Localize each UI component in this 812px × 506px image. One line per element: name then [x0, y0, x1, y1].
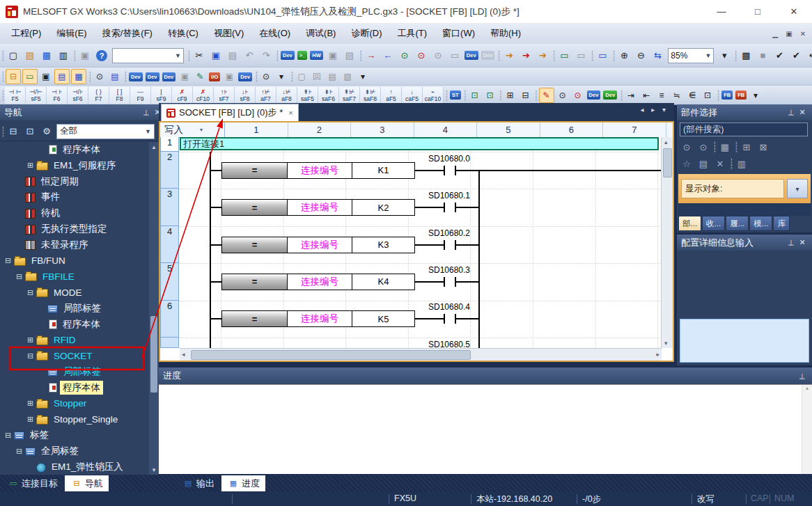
row3-overflow-icon[interactable]: ▾	[749, 88, 763, 102]
part-find-prev-icon[interactable]: ⊙	[679, 139, 694, 155]
open-project-icon[interactable]: ▤	[22, 48, 38, 63]
tree-item-事件[interactable]: 事件	[0, 189, 63, 205]
mdi-minimize-button[interactable]: ▁	[769, 28, 781, 39]
module-config-icon[interactable]: ▣	[39, 70, 53, 84]
monitor-mode-icon[interactable]: ⊙	[571, 88, 585, 102]
compare-instruction[interactable]: =连接编号K4	[221, 274, 415, 290]
pin-icon[interactable]: ⊣	[797, 372, 808, 381]
device-comment-icon[interactable]: Dev	[129, 72, 143, 81]
statement-icon[interactable]: ⊡	[468, 88, 482, 102]
device-display-icon[interactable]: Dev	[587, 90, 601, 100]
compare-instruction[interactable]: =连接编号K5	[221, 310, 415, 327]
expand-plus-icon[interactable]: ⊞	[26, 161, 34, 169]
config-input-box[interactable]	[680, 319, 809, 363]
paste-icon[interactable]: ▤	[225, 48, 240, 63]
list-view-icon[interactable]: ▤	[54, 69, 70, 84]
tree-item-MODE[interactable]: ⊟MODE	[0, 285, 85, 300]
tree-item-标签[interactable]: ⊟标签	[0, 427, 52, 443]
ladder-vscrollbar[interactable]: ▴ ▾	[661, 137, 673, 348]
menu-diagnostics[interactable]: 诊断(D)	[343, 24, 389, 43]
new-folder-icon[interactable]: ▤	[696, 156, 711, 171]
tab-progress[interactable]: ▦进度	[221, 475, 265, 491]
tree-item-FB/FUN[interactable]: ⊟FB/FUN	[0, 253, 68, 269]
scroll-down-icon[interactable]: ▾	[149, 465, 159, 475]
display-target-dropdown[interactable]: ▾	[787, 179, 808, 198]
zoom-out-icon[interactable]: ⊖	[633, 48, 648, 63]
online-change-write-icon[interactable]: ➔	[518, 48, 533, 63]
ladder-key-cF10[interactable]: ✗cF10	[193, 87, 214, 104]
convert-return-icon[interactable]: ↵	[805, 48, 812, 63]
part-find-next-icon[interactable]: ⊙	[696, 139, 711, 155]
tree-item-程序本体[interactable]: 程序本体	[0, 142, 103, 157]
row2-overflow2-icon[interactable]: ▾	[356, 70, 370, 84]
wrap-statement-icon[interactable]: ⊡	[701, 88, 715, 102]
zoom-in-icon[interactable]: ⊕	[616, 48, 632, 63]
print-icon[interactable]: ▥	[56, 48, 71, 63]
device-test-off-icon[interactable]: Dev	[481, 51, 495, 60]
inline-st-icon[interactable]: ⊞	[503, 88, 517, 102]
menu-view[interactable]: 视图(V)	[206, 24, 251, 43]
write-mode-selector[interactable]: 写入 ▾	[160, 122, 225, 137]
part-list-icon[interactable]: ▦	[717, 139, 733, 155]
grid-view-icon[interactable]: ▦	[71, 69, 86, 84]
menu-help[interactable]: 帮助(H)	[483, 24, 529, 43]
menu-convert[interactable]: 转换(C)	[160, 24, 206, 43]
ladder-key-F6[interactable]: ⊣ ⊦F6	[47, 87, 68, 104]
ladder-key-caF5[interactable]: ↓caF5	[402, 87, 423, 104]
ladder-key-F5[interactable]: ⊣ ⊢F5	[5, 87, 26, 104]
pin-icon[interactable]: ⊣	[786, 108, 797, 117]
scroll-up-icon[interactable]: ▴	[149, 142, 159, 152]
device-search-icon[interactable]: ⊙	[430, 48, 446, 63]
scroll-up-icon[interactable]: ▴	[664, 139, 668, 145]
collapse-minus-icon[interactable]: ⊟	[15, 273, 23, 280]
ladder-key-sF6[interactable]: ⊣/⊦sF6	[68, 87, 88, 104]
help-icon[interactable]: ?	[96, 50, 107, 61]
ladder-key-aF5[interactable]: ↑aF5	[381, 87, 402, 104]
compare-instruction[interactable]: =连接编号K3	[221, 237, 415, 253]
window-layout2-icon[interactable]: 回	[310, 70, 324, 84]
device-comment-write-icon[interactable]: Dev	[281, 51, 295, 60]
navigation-filter-dropdown[interactable]: 全部▼	[56, 124, 155, 139]
delete-row-icon[interactable]: ⇤	[639, 88, 653, 102]
device-gear-icon[interactable]: Dev	[238, 72, 252, 81]
read-from-plc-icon[interactable]: ←	[380, 48, 396, 63]
tree-item-局部标签[interactable]: 局部标签	[0, 364, 104, 379]
align-left-icon[interactable]: ≡	[655, 88, 669, 102]
scrollbar-thumb[interactable]	[150, 316, 157, 393]
menu-edit[interactable]: 编辑(E)	[49, 24, 94, 43]
menu-online[interactable]: 在线(O)	[251, 24, 298, 43]
part-tab-库[interactable]: 库	[773, 216, 790, 231]
write-to-plc-icon[interactable]: →	[364, 48, 379, 63]
cross-reference-icon[interactable]: ▣	[178, 70, 192, 84]
compare-instruction[interactable]: =连接编号K2	[221, 199, 415, 216]
convert-check-icon[interactable]: ✔	[772, 48, 787, 63]
part-register-icon[interactable]: ⊞	[739, 139, 754, 155]
inline-st2-icon[interactable]: ⊟	[519, 88, 533, 102]
fb-instance-icon[interactable]: FB	[721, 90, 733, 100]
io-check-icon[interactable]: I/O	[209, 72, 220, 81]
ladder-hscrollbar[interactable]: ◂ ▸	[180, 348, 662, 361]
expand-plus-icon[interactable]: ⊞	[26, 416, 34, 423]
blank-icon[interactable]: ■	[755, 48, 770, 63]
zoom-fit-icon[interactable]: ⇆	[650, 48, 665, 63]
tree-item-SOCKET[interactable]: ⊟SOCKET	[0, 348, 95, 363]
tab-socket-ladder[interactable]: SOCKET [FB] [LD] (0)步 * ×	[161, 104, 299, 121]
ladder-key-F8[interactable]: [ ]F8	[109, 87, 130, 104]
redo-icon[interactable]: ↷	[258, 48, 274, 63]
minimize-button[interactable]: —	[703, 0, 740, 23]
verify-with-plc-icon[interactable]: ⊙	[397, 48, 412, 63]
undo-icon[interactable]: ↶	[242, 48, 257, 63]
ladder-key-saF7[interactable]: ⇞⊬saF7	[339, 87, 360, 104]
part-unregister-icon[interactable]: ⊠	[756, 139, 771, 155]
docking-window-icon[interactable]: ▩	[738, 48, 754, 63]
ladder-key-sF5[interactable]: ⊣/⊢sF5	[26, 87, 47, 104]
monitor-stop-icon[interactable]: ▭	[573, 48, 588, 63]
tree-scrollbar[interactable]: ▴ ▾	[149, 142, 159, 475]
window-layout1-icon[interactable]: ▢	[295, 70, 309, 84]
maximize-button[interactable]: □	[740, 0, 776, 23]
tree-item-全局标签[interactable]: ⊟全局标签	[0, 443, 81, 459]
tree-item-EM1_伺服程序[interactable]: ⊞EM1_伺服程序	[0, 158, 118, 173]
settings-gear-icon[interactable]: ⚙	[39, 124, 54, 139]
online-change-icon[interactable]: ➔	[501, 48, 517, 63]
edit-mode-icon[interactable]: ✎	[193, 70, 207, 84]
